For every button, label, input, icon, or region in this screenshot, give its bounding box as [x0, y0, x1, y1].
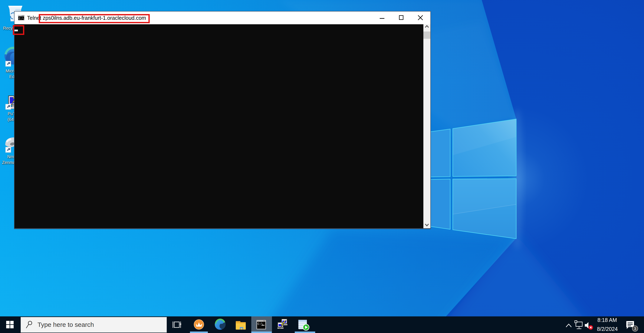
svg-text:C:\_: C:\_ — [19, 17, 25, 20]
svg-text:3: 3 — [634, 326, 636, 331]
